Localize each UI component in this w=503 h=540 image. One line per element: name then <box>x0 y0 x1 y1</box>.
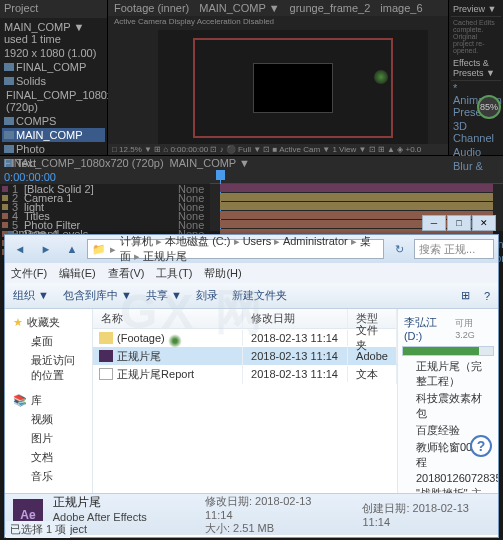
breadcrumb-item[interactable]: Administrator <box>283 235 348 247</box>
maximize-button[interactable]: □ <box>447 215 471 231</box>
menubar: 文件(F) 编辑(E) 查看(V) 工具(T) 帮助(H) <box>5 263 498 283</box>
layer-bar[interactable] <box>220 184 493 192</box>
effects-header[interactable]: Effects & Presets ▼ <box>451 56 501 81</box>
help-badge[interactable]: ? <box>470 435 492 457</box>
preview-header[interactable]: Preview ▼ <box>451 2 501 17</box>
menu-tools[interactable]: 工具(T) <box>156 266 192 281</box>
newfolder-button[interactable]: 新建文件夹 <box>232 288 287 303</box>
tl-tab-active[interactable]: MAIN_COMP ▼ <box>170 157 250 169</box>
nav-favorites[interactable]: ★收藏夹 <box>9 313 88 332</box>
drive-header[interactable]: 李弘江(D:)可用 3.2G <box>402 313 494 344</box>
side-item[interactable]: "战胜挫折" 主题班会 <box>402 485 494 493</box>
close-button[interactable]: ✕ <box>472 215 496 231</box>
folder-icon: 📁 <box>92 243 106 256</box>
layer-bar[interactable] <box>220 193 493 201</box>
share-button[interactable]: 共享 ▼ <box>146 288 182 303</box>
project-tab[interactable]: Project <box>4 2 38 16</box>
comp-res: 1920 x 1080 (1.00) <box>2 46 105 60</box>
project-item[interactable]: MAIN_COMP <box>2 128 105 142</box>
minimize-button[interactable]: ─ <box>422 215 446 231</box>
side-pane: 李弘江(D:)可用 3.2G 正规片尾（完整工程）科技震效素材包百度经验教师轮窗… <box>397 309 498 493</box>
cursor-indicator <box>374 70 388 84</box>
breadcrumb-item[interactable]: 正规片尾 <box>143 250 187 262</box>
layer-bar[interactable] <box>220 202 493 210</box>
effect-category[interactable]: Audio <box>451 145 501 159</box>
refresh-button[interactable]: ↻ <box>388 239 410 259</box>
burn-button[interactable]: 刻录 <box>196 288 218 303</box>
file-row[interactable]: (Footage)2018-02-13 11:14文件夹 <box>93 329 397 347</box>
star-icon: ★ <box>13 316 23 329</box>
nav-videos[interactable]: 视频 <box>9 410 88 429</box>
search-input[interactable]: 搜索 正规... <box>414 239 494 259</box>
breadcrumb-item[interactable]: Users <box>243 235 272 247</box>
file-row[interactable]: 正规片尾Report2018-02-13 11:14文本 <box>93 365 397 383</box>
project-item[interactable]: FINAL_COMP <box>2 60 105 74</box>
nav-computer[interactable]: 💻 计算机 <box>9 492 88 493</box>
aep-icon <box>99 350 113 362</box>
details-pane: Ae 正规片尾 Adobe After Effects Project 修改日期… <box>5 493 498 535</box>
canvas[interactable] <box>158 30 428 145</box>
col-date[interactable]: 修改日期 <box>243 309 348 328</box>
nav-pictures[interactable]: 图片 <box>9 429 88 448</box>
txt-icon <box>99 368 113 380</box>
toolbar: 组织 ▼ 包含到库中 ▼ 共享 ▼ 刻录 新建文件夹 ⊞ ? <box>5 283 498 309</box>
forward-button[interactable]: ► <box>35 239 57 259</box>
nav-desktop[interactable]: 桌面 <box>9 332 88 351</box>
project-item[interactable]: FINAL_COMP_1080x1920 (720p) <box>2 88 105 114</box>
viewer-footer[interactable]: □ 12.5% ▼ ⊞ ⌂ 0:00:00:00 ⊡ ♪ ⚫ Full ▼ ⊡ … <box>108 144 448 155</box>
view-icon[interactable]: ⊞ <box>461 289 470 302</box>
menu-view[interactable]: 查看(V) <box>108 266 145 281</box>
project-panel: Project MAIN_COMP ▼ used 1 time 1920 x 1… <box>0 0 108 155</box>
composition-viewer: Footage (inner)MAIN_COMP ▼grunge_frame_2… <box>108 0 448 155</box>
titlebar: ◄ ► ▲ 📁 ▸ 计算机 ▸ 本地磁盘 (C:) ▸ Users ▸ Admi… <box>5 235 498 263</box>
comp-header: MAIN_COMP ▼ used 1 time <box>2 20 105 46</box>
detail-name: 正规片尾 <box>53 494 175 511</box>
project-item[interactable]: COMPS <box>2 114 105 128</box>
percent-badge: 85% <box>477 95 501 119</box>
viewer-tabs[interactable]: Footage (inner)MAIN_COMP ▼grunge_frame_2… <box>108 0 448 16</box>
time-ruler[interactable] <box>210 170 503 184</box>
comp-content <box>253 63 333 113</box>
project-item[interactable]: Photo <box>2 142 105 156</box>
menu-edit[interactable]: 编辑(E) <box>59 266 96 281</box>
detail-size: 2.51 MB <box>233 522 274 534</box>
nav-recent[interactable]: 最近访问的位置 <box>9 351 88 385</box>
detail-kind: Adobe After Effects Project <box>53 511 175 535</box>
effect-category[interactable]: 3D Channel <box>451 119 501 145</box>
help-icon[interactable]: ? <box>484 290 490 302</box>
title-safe-frame <box>193 38 393 138</box>
status-bar: 已选择 1 项 <box>6 521 70 538</box>
explorer-window: ─ □ ✕ ◄ ► ▲ 📁 ▸ 计算机 ▸ 本地磁盘 (C:) ▸ Users … <box>4 234 499 538</box>
organize-button[interactable]: 组织 ▼ <box>13 288 49 303</box>
breadcrumb-item[interactable]: 本地磁盘 (C:) <box>165 235 230 247</box>
file-list: 名称 修改日期 类型 (Footage)2018-02-13 11:14文件夹正… <box>93 309 397 493</box>
nav-music[interactable]: 音乐 <box>9 467 88 486</box>
side-item[interactable]: 正规片尾（完整工程） <box>402 358 494 390</box>
side-item[interactable]: 20180126072835548 <box>402 471 494 485</box>
tl-tab[interactable]: FINAL_COMP_1080x720 (720p) <box>4 157 164 169</box>
back-button[interactable]: ◄ <box>9 239 31 259</box>
menu-file[interactable]: 文件(F) <box>11 266 47 281</box>
cache-note: Cached Edits complete. Original project … <box>451 17 501 56</box>
breadcrumb-item[interactable]: 计算机 <box>120 235 153 247</box>
drive-usage-bar <box>402 346 494 356</box>
side-item[interactable]: 科技震效素材包 <box>402 390 494 422</box>
effects-panel: Preview ▼ Cached Edits complete. Origina… <box>448 0 503 155</box>
nav-libraries[interactable]: 📚 库 <box>9 391 88 410</box>
viewer-controls: Active Camera Display Acceleration Disab… <box>108 16 448 27</box>
file-row[interactable]: 正规片尾2018-02-13 11:14Adobe <box>93 347 397 365</box>
up-button[interactable]: ▲ <box>61 239 83 259</box>
project-item[interactable]: Solids <box>2 74 105 88</box>
address-bar[interactable]: 📁 ▸ 计算机 ▸ 本地磁盘 (C:) ▸ Users ▸ Administra… <box>87 239 384 259</box>
col-name[interactable]: 名称 <box>93 309 243 328</box>
folder-icon <box>99 332 113 344</box>
include-button[interactable]: 包含到库中 ▼ <box>63 288 132 303</box>
menu-help[interactable]: 帮助(H) <box>204 266 241 281</box>
after-effects-window: Project MAIN_COMP ▼ used 1 time 1920 x 1… <box>0 0 503 230</box>
nav-pane: ★收藏夹 桌面 最近访问的位置 📚 库 视频 图片 文档 音乐 💻 计算机 本地… <box>5 309 93 493</box>
nav-documents[interactable]: 文档 <box>9 448 88 467</box>
